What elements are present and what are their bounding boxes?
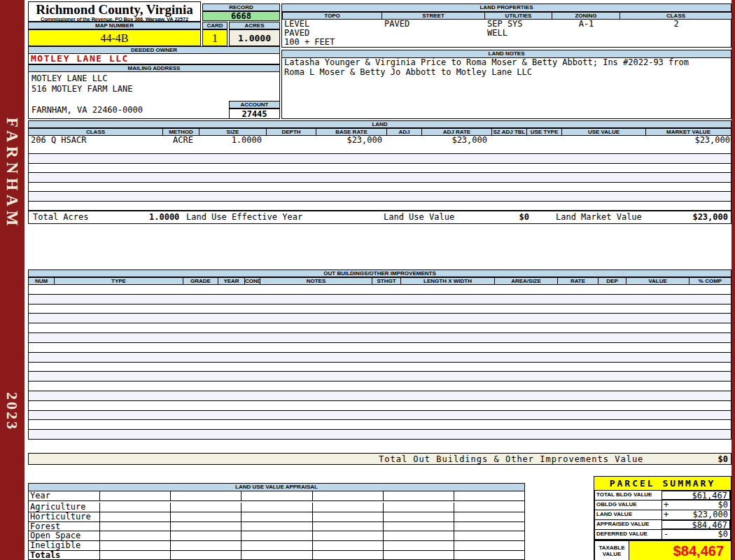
land-properties-values: LEVELPAVEDSEP SYSA-12PAVEDWELL100 + FEET (282, 20, 731, 47)
parcel-summary-title: PARCEL SUMMARY (594, 477, 731, 491)
land-use-appraisal-rows: YearAgricultureHorticultureForestOpen Sp… (29, 491, 524, 560)
land-data-row: 206 Q HSACRACRE1.0000$23,000$23,000$23,0… (28, 136, 732, 145)
land-use-value-label: Land Use Value (384, 211, 454, 223)
land-use-appraisal-title: LAND USE VALUE APPRAISAL (29, 484, 524, 491)
deeded-owner-value: MOTLEY LANE LLC (28, 54, 280, 64)
taxable-value-label: TAXABLE VALUE (594, 540, 629, 560)
county-title: Richmond County, Virginia (29, 3, 200, 17)
land-totals-row: Total Acres 1.0000 Land Use Effective Ye… (28, 211, 732, 224)
land-properties-title: LAND PROPERTIES (282, 4, 731, 12)
total-acres-value: 1.0000 (149, 211, 179, 223)
acres-label: ACRES (229, 22, 280, 29)
card-label: CARD (202, 22, 227, 29)
outbuildings-title: OUT BUILDINGS/OTHER IMPROVEMENTS (28, 270, 732, 277)
land-notes-line: Roma L Moser & Betty Jo Abbott to Motley… (282, 68, 731, 78)
outbuildings-total-value: $0 (718, 454, 728, 465)
record-value: 6668 (202, 11, 280, 21)
outbuildings-total-label: Total Out Buildings & Other Improvements… (379, 454, 643, 465)
mailing-address-label: MAILING ADDRESS (28, 64, 280, 72)
land-properties-column-headers: TOPOSTREETUTILITIESZONINGCLASS (282, 12, 731, 20)
county-header: Richmond County, Virginia Commissioner o… (28, 1, 201, 22)
land-empty-rows (28, 145, 732, 211)
land-notes-section: LAND NOTES Latasha Younger & Virginia Pr… (281, 50, 732, 119)
land-notes-line: Latasha Younger & Virginia Price to Roma… (282, 58, 731, 68)
account-value: 27445 (229, 108, 280, 119)
address-line: MOTLEY LANE LLC (31, 74, 276, 84)
land-title: LAND (28, 120, 732, 128)
district-label: FARNHAM (3, 118, 21, 230)
acres-value: 1.0000 (229, 29, 280, 46)
tax-year-label: 2023 (3, 392, 21, 431)
map-number-value: 44-4B (28, 29, 201, 46)
taxable-value: $84,467 (629, 540, 731, 560)
account-label: ACCOUNT (229, 101, 280, 108)
land-column-headers: CLASSMETHODSIZEDEPTHBASE RATEADJADJ RATE… (28, 128, 732, 136)
land-market-value-label: Land Market Value (556, 211, 642, 223)
parcel-summary-rows: TOTAL BLDG VALUE$61,467OBLDG VALUE+$0LAN… (594, 491, 731, 540)
land-use-appraisal-section: LAND USE VALUE APPRAISAL YearAgriculture… (28, 483, 525, 560)
district-sidebar: FARNHAM 2023 (0, 0, 24, 560)
card-value: 1 (202, 29, 227, 46)
outbuildings-column-headers: NUMTYPEGRADEYEARCONDNOTESSTHGTLENGTH X W… (28, 277, 732, 285)
parcel-summary-section: PARCEL SUMMARY TOTAL BLDG VALUE$61,467OB… (594, 476, 732, 560)
outbuildings-empty-rows (28, 285, 732, 440)
deeded-owner-label: DEEDED OWNER (28, 46, 280, 54)
land-market-value: $23,000 (692, 211, 728, 223)
land-use-value: $0 (487, 211, 529, 223)
record-label: RECORD (202, 4, 280, 11)
right-border (732, 0, 735, 560)
map-number-label: MAP NUMBER (28, 22, 201, 29)
land-use-effective-year-label: Land Use Effective Year (186, 211, 302, 223)
total-acres-label: Total Acres (33, 211, 88, 223)
land-properties-section: LAND PROPERTIES TOPOSTREETUTILITIESZONIN… (281, 4, 732, 48)
address-line: 516 MOTLEY FARM LANE (31, 84, 276, 94)
taxable-value-row: TAXABLE VALUE $84,467 (594, 540, 731, 560)
outbuildings-totals-row: Total Out Buildings & Other Improvements… (28, 453, 732, 465)
